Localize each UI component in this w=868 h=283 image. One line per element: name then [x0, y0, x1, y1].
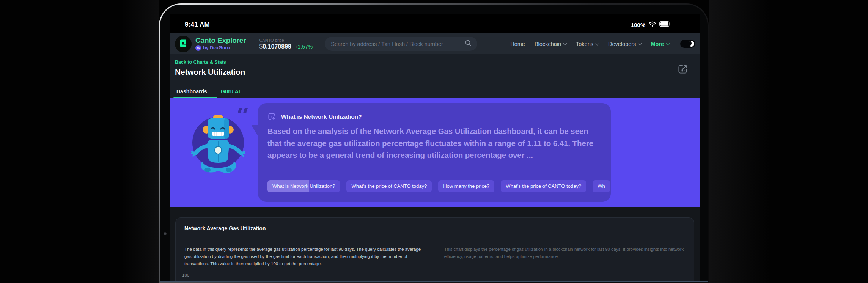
wifi-icon — [649, 21, 656, 28]
card-descriptions: The data in this query represents the av… — [181, 239, 689, 267]
chevron-down-icon — [638, 41, 642, 45]
price-value: $0.1070899 — [259, 43, 291, 50]
nav-item-more[interactable]: More — [651, 41, 669, 47]
suggestion-chip-clipped[interactable]: Wh — [593, 180, 610, 192]
search-icon[interactable] — [465, 39, 472, 48]
chevron-down-icon — [596, 41, 599, 45]
battery-icon — [659, 21, 671, 28]
gridline — [195, 275, 687, 275]
nav-item-home[interactable]: Home — [510, 41, 525, 47]
breadcrumb[interactable]: Back to Charts & Stats — [175, 60, 700, 65]
suggestion-chip[interactable]: What's the price of CANTO today? — [346, 180, 432, 192]
nav-item-developers[interactable]: Developers — [608, 41, 641, 47]
quote-mark: “ — [236, 108, 250, 129]
nav-item-blockchain[interactable]: Blockchain — [535, 41, 566, 47]
price-label: CANTO price — [259, 38, 313, 42]
page-title: Network Utilization — [175, 68, 700, 77]
price-change: +1.57% — [294, 44, 313, 50]
brand-name: Canto Explorer — [195, 37, 246, 45]
front-camera — [164, 232, 167, 235]
app-header: Canto Explorer ∞ by DexGuru CANTO price … — [170, 33, 700, 54]
chevron-down-icon — [666, 41, 670, 45]
byline-text: by DexGuru — [203, 46, 230, 51]
suggestion-chip[interactable]: How many the price? — [438, 180, 494, 192]
card-title: Network Average Gas Utilization — [184, 225, 266, 231]
y-axis-label: 100 — [182, 273, 192, 277]
bottom-edge-strip — [160, 281, 708, 282]
ai-question: What is Network Unilization? — [281, 113, 362, 120]
tablet-bezel: 9:41 AM 100% — [160, 5, 708, 282]
guru-ai-panel: “ — [170, 98, 700, 207]
price-currency: $ — [259, 43, 263, 50]
dashboard-area: Network Average Gas Utilization The data… — [170, 207, 700, 282]
ai-answer: Based on the analysis of the Network Ave… — [267, 125, 603, 161]
quote-reply-icon — [267, 112, 276, 121]
tablet-device: 9:41 AM 100% — [159, 3, 709, 283]
card-header: Network Average Gas Utilization — [181, 218, 689, 239]
suggestion-chips: What is Network Unilization? What's the … — [267, 180, 611, 192]
suggestion-chip[interactable]: What is Network Unilization? — [267, 180, 340, 192]
main-nav: Home Blockchain Tokens Developers More — [510, 40, 695, 48]
page-head: Back to Charts & Stats Network Utilizati… — [170, 54, 700, 98]
battery-percent: 100% — [631, 22, 645, 28]
query-description: The data in this query represents the av… — [184, 246, 425, 267]
price-row: $0.1070899 +1.57% — [259, 43, 313, 50]
suggestion-chip[interactable]: What's the price of CANTO today? — [501, 180, 586, 192]
robot-mascot: “ — [185, 108, 253, 191]
search-bar[interactable] — [325, 37, 477, 51]
chart-export-icon[interactable] — [678, 64, 688, 76]
brand-block[interactable]: Canto Explorer ∞ by DexGuru — [195, 37, 246, 51]
speech-bubble-tail — [252, 125, 258, 137]
speech-bubble: What is Network Unilization? Based on th… — [258, 103, 611, 202]
chart-description: This chart displays the percentage of ga… — [444, 246, 689, 267]
canto-explorer-app: Canto Explorer ∞ by DexGuru CANTO price … — [170, 33, 700, 282]
network-gas-card: Network Average Gas Utilization The data… — [175, 217, 694, 282]
tab-guru-ai[interactable]: Guru AI — [219, 88, 242, 98]
byline: ∞ by DexGuru — [195, 45, 246, 51]
chart-axis-row: 100 — [182, 273, 689, 277]
dark-mode-toggle[interactable] — [680, 40, 695, 48]
dexguru-badge-icon: ∞ — [195, 45, 201, 51]
tab-dashboards[interactable]: Dashboards — [175, 88, 209, 98]
canto-logo-icon — [178, 38, 188, 50]
chevron-down-icon — [563, 41, 567, 45]
status-bar: 9:41 AM 100% — [170, 14, 700, 33]
device-shadow-left — [121, 0, 159, 283]
canto-logo[interactable] — [175, 36, 192, 52]
price-block: CANTO price $0.1070899 +1.57% — [259, 38, 313, 50]
moon-toggle-icon — [689, 41, 694, 47]
search-input[interactable] — [331, 41, 465, 47]
header-divider — [253, 38, 253, 50]
tab-bar: Dashboards Guru AI — [175, 88, 242, 98]
nav-item-tokens[interactable]: Tokens — [576, 41, 599, 47]
question-row: What is Network Unilization? — [267, 112, 362, 121]
status-time: 9:41 AM — [185, 21, 210, 28]
device-shadow-right — [709, 0, 781, 283]
tablet-screen: 9:41 AM 100% — [170, 14, 700, 282]
screenshot-stage: 9:41 AM 100% — [0, 0, 868, 283]
status-indicators: 100% — [631, 21, 671, 28]
